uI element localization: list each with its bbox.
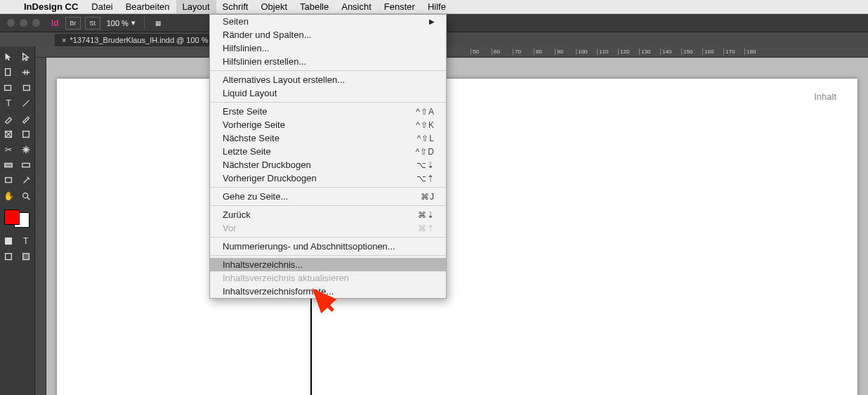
eyedropper-tool[interactable] (18, 173, 35, 188)
menu-ansicht[interactable]: Ansicht (335, 0, 378, 13)
zoom-level-value: 100 % (107, 19, 129, 27)
minimize-window-button[interactable] (20, 19, 27, 27)
chevron-down-icon: ▾ (131, 18, 136, 27)
hand-tool[interactable]: ✋ (0, 188, 18, 204)
menu-item-label: Erste Seite (223, 106, 268, 117)
zoom-level-select[interactable]: 100 % ▾ (103, 18, 140, 27)
menu-item-label: Letzte Seite (223, 146, 271, 157)
menu-shortcut: ^⇧K (416, 120, 435, 130)
menu-item-label: Liquid Layout (223, 88, 277, 98)
mac-menubar: InDesign CC DateiBearbeitenLayoutSchrift… (0, 0, 868, 14)
document-tab[interactable]: × *137413_BruderKlaus_IH.indd @ 100 % (55, 34, 218, 46)
page[interactable]: Inhalt (57, 79, 857, 395)
selection-tool[interactable] (0, 49, 18, 65)
menu-item-n-chste-seite[interactable]: Nächste Seite^⇧L (210, 131, 446, 145)
menu-item-liquid-layout[interactable]: Liquid Layout (210, 86, 446, 100)
app-name[interactable]: InDesign CC (17, 1, 85, 12)
content-placer-tool[interactable] (18, 80, 35, 96)
ruler-tick: 130 (639, 48, 660, 55)
menu-schrift[interactable]: Schrift (216, 0, 255, 13)
menu-shortcut: ^⇧L (417, 134, 435, 143)
menu-item-alternatives-layout-erstellen[interactable]: Alternatives Layout erstellen... (210, 73, 446, 86)
menu-item-vorherige-seite[interactable]: Vorherige Seite^⇧K (210, 118, 446, 131)
format-text-button[interactable]: T (18, 233, 35, 249)
menu-hilfe[interactable]: Hilfe (421, 0, 452, 13)
rectangle-tool[interactable] (18, 127, 35, 142)
menu-separator (210, 205, 446, 206)
note-tool[interactable] (0, 173, 18, 188)
menu-tabelle[interactable]: Tabelle (294, 0, 335, 13)
stock-button[interactable]: St (85, 17, 100, 30)
menu-item-gehe-zu-seite[interactable]: Gehe zu Seite...⌘J (210, 190, 446, 203)
direct-selection-tool[interactable] (18, 49, 35, 65)
menu-item-n-chster-druckbogen[interactable]: Nächster Druckbogen⌥⇣ (210, 158, 446, 171)
free-transform-tool[interactable] (18, 142, 35, 157)
menu-item-label: Nummerierungs- und Abschnittsoptionen... (223, 241, 395, 252)
menu-item-label: Zurück (223, 209, 251, 220)
gap-tool[interactable] (18, 65, 35, 80)
menu-separator (210, 102, 446, 103)
view-options-button[interactable]: ▦ (151, 17, 166, 30)
menu-item-zur-ck[interactable]: Zurück⌘⇣ (210, 208, 446, 221)
ruler-tick: 120 (618, 48, 639, 55)
pencil-tool[interactable] (18, 111, 35, 127)
page-tool[interactable] (0, 65, 18, 80)
menu-item-inhaltsverzeichnis[interactable]: Inhaltsverzeichnis... (210, 258, 446, 271)
document-tab-title: *137413_BruderKlaus_IH.indd @ 100 % (70, 36, 208, 44)
ruler-tick: 90 (555, 48, 576, 55)
svg-rect-5 (5, 163, 13, 167)
scissors-tool[interactable]: ✂ (0, 142, 18, 157)
document-canvas[interactable]: Inhalt (46, 58, 868, 395)
menu-item-seiten[interactable]: Seiten▶ (210, 15, 446, 28)
menu-shortcut: ⌥⇣ (416, 160, 435, 170)
ruler-tick: 160 (702, 48, 723, 55)
svg-point-8 (22, 193, 27, 198)
menu-objekt[interactable]: Objekt (254, 0, 294, 13)
menu-shortcut: ⌘⇣ (418, 210, 435, 220)
menu-shortcut: ⌥⇡ (416, 174, 435, 183)
fill-color-swatch[interactable] (4, 209, 20, 225)
gradient-feather-tool[interactable] (18, 157, 35, 173)
tools-panel: T ✂ ✋ T (0, 46, 35, 395)
menu-layout[interactable]: Layout (176, 0, 216, 13)
menu-item-hilfslinien[interactable]: Hilfslinien... (210, 41, 446, 55)
window-controls (0, 19, 47, 27)
zoom-tool[interactable] (18, 188, 35, 204)
menu-item-erste-seite[interactable]: Erste Seite^⇧A (210, 105, 446, 118)
menu-item-label: Inhaltsverzeichnis... (223, 259, 303, 270)
vertical-ruler[interactable] (35, 58, 46, 395)
ruler-tick: 110 (597, 48, 618, 55)
menu-item-nummerierungs-und-abschnittsoptionen[interactable]: Nummerierungs- und Abschnittsoptionen... (210, 240, 446, 253)
type-tool[interactable]: T (0, 96, 18, 111)
preview-button[interactable] (18, 249, 35, 264)
menu-item-label: Nächste Seite (223, 133, 280, 143)
close-window-button[interactable] (7, 19, 15, 27)
line-tool[interactable] (18, 96, 35, 111)
content-collector-tool[interactable] (0, 80, 18, 96)
svg-rect-9 (6, 238, 12, 245)
menu-item-label: Vorheriger Druckbogen (223, 173, 317, 183)
pen-tool[interactable] (0, 111, 18, 127)
close-tab-icon[interactable]: × (62, 36, 66, 44)
menu-bearbeiten[interactable]: Bearbeiten (119, 0, 176, 13)
apply-color-button[interactable] (0, 233, 18, 249)
color-swatch[interactable] (3, 208, 31, 229)
menu-item-hilfslinien-erstellen[interactable]: Hilfslinien erstellen... (210, 55, 446, 68)
menu-item-vorheriger-druckbogen[interactable]: Vorheriger Druckbogen⌥⇡ (210, 171, 446, 185)
annotation-arrow-icon (303, 281, 338, 316)
gradient-swatch-tool[interactable] (0, 157, 18, 173)
page-heading: Inhalt (814, 91, 836, 102)
menu-item-r-nder-und-spalten[interactable]: Ränder und Spalten... (210, 28, 446, 41)
menu-item-label: Hilfslinien erstellen... (223, 56, 306, 67)
menu-shortcut: ^⇧A (416, 107, 435, 117)
menu-separator (210, 237, 446, 238)
menu-fenster[interactable]: Fenster (378, 0, 421, 13)
zoom-window-button[interactable] (32, 19, 40, 27)
rectangle-frame-tool[interactable] (0, 127, 18, 142)
horizontal-ruler[interactable]: 5060708090100110120130140150160170180 (35, 46, 868, 58)
normal-view-button[interactable] (0, 249, 18, 264)
menu-item-letzte-seite[interactable]: Letzte Seite^⇧D (210, 145, 446, 158)
menu-datei[interactable]: Datei (85, 0, 119, 13)
bridge-button[interactable]: Br (65, 17, 81, 30)
menu-item-label: Gehe zu Seite... (223, 191, 288, 202)
